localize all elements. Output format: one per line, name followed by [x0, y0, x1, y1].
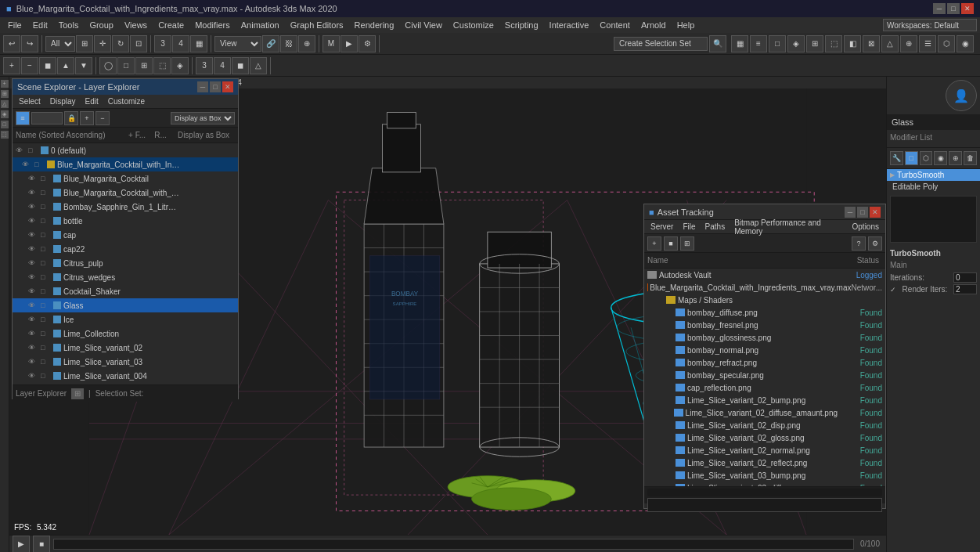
at-minimize-button[interactable]: ─ — [845, 207, 856, 218]
se-maximize-button[interactable]: □ — [210, 81, 221, 92]
unlink-button[interactable]: ⛓ — [280, 35, 297, 52]
tb2-btn8[interactable]: ⊞ — [135, 57, 153, 74]
minimize-button[interactable]: ─ — [933, 3, 946, 14]
menu-civil-view[interactable]: Civil View — [400, 19, 446, 31]
at-menu-paths[interactable]: Paths — [702, 222, 729, 231]
menu-modifiers[interactable]: Modifiers — [190, 19, 235, 31]
layer-btn11[interactable]: ☰ — [919, 35, 936, 52]
at-list-item[interactable]: bombay_diffuse.png Found — [644, 306, 885, 319]
at-scrollbar[interactable] — [647, 489, 882, 496]
se-list-item[interactable]: 👁 □ Lime_Slice_variant_004 — [13, 369, 238, 383]
panel-icon-1[interactable]: 🔧 — [890, 151, 903, 165]
select-button[interactable]: ⊞ — [76, 35, 93, 52]
se-list-item[interactable]: 👁 □ Blue_Margarita_Cocktail_with_Ingredi… — [13, 157, 238, 171]
at-list-item[interactable]: bombay_glossiness.png Found — [644, 331, 885, 344]
at-list-item[interactable]: Lime_Slice_variant_02_normal.png Found — [644, 444, 885, 456]
maximize-button[interactable]: □ — [947, 3, 960, 14]
layer-btn7[interactable]: ◧ — [844, 35, 861, 52]
at-menu-options[interactable]: Options — [849, 222, 882, 231]
move-button[interactable]: ✛ — [94, 35, 111, 52]
se-list-item[interactable]: 👁 □ Glass — [13, 298, 238, 312]
menu-animation[interactable]: Animation — [236, 19, 284, 31]
layer-btn12[interactable]: ⬡ — [938, 35, 955, 52]
tb2-btn5[interactable]: ▼ — [75, 57, 92, 74]
menu-create[interactable]: Create — [153, 19, 189, 31]
sidebar-icon-3[interactable]: △ — [1, 100, 9, 108]
se-list-item[interactable]: 👁 □ Blue_Margarita_Cocktail_with_Ingredi… — [13, 186, 238, 200]
redo-button[interactable]: ↪ — [21, 35, 38, 52]
se-close-button[interactable]: ✕ — [222, 81, 233, 92]
render-setup-button[interactable]: ⚙ — [358, 35, 376, 52]
sidebar-icon-2[interactable]: ⊞ — [1, 90, 9, 98]
menu-graph-editors[interactable]: Graph Editors — [286, 19, 348, 31]
at-tb-btn3[interactable]: ⊞ — [680, 236, 694, 251]
at-list-item[interactable]: Lime_Slice_variant_02_bump.png Found — [644, 394, 885, 406]
rotate-button[interactable]: ↻ — [112, 35, 129, 52]
se-list-item[interactable]: 👁 □ Ice — [13, 312, 238, 327]
tb2-btn9[interactable]: ⬚ — [153, 57, 171, 74]
se-minimize-button[interactable]: ─ — [197, 81, 208, 92]
se-tb-layers-btn[interactable]: ≡ — [16, 111, 30, 125]
se-list-item[interactable]: 👁 □ cap22 — [13, 242, 238, 256]
at-list-item[interactable]: cap_reflection.png Found — [644, 381, 885, 394]
se-tb-lock-btn[interactable]: 🔒 — [64, 111, 78, 125]
at-tb-btn1[interactable]: + — [647, 236, 661, 251]
se-list-item[interactable]: 👁 □ Bombay_Sapphire_Gin_1_Litre_Bottle — [13, 200, 238, 214]
tb2-btn14[interactable]: △ — [250, 57, 267, 74]
scale-button[interactable]: ⊡ — [130, 35, 147, 52]
link-button[interactable]: 🔗 — [262, 35, 279, 52]
menu-arnold[interactable]: Arnold — [636, 19, 671, 31]
reference-button[interactable]: 3 — [154, 35, 171, 52]
tb2-btn10[interactable]: ◈ — [171, 57, 189, 74]
se-tb-del-btn[interactable]: − — [95, 111, 110, 125]
layer-btn13[interactable]: ◉ — [957, 35, 974, 52]
tb2-btn13[interactable]: ◼ — [232, 57, 249, 74]
snap-button[interactable]: 4 — [172, 35, 189, 52]
play-button[interactable]: ▶ — [13, 536, 30, 553]
at-maximize-button[interactable]: □ — [857, 207, 868, 218]
menu-file[interactable]: File — [3, 19, 27, 31]
tb2-btn12[interactable]: 4 — [214, 57, 231, 74]
layer-btn3[interactable]: □ — [769, 35, 786, 52]
iterations-input[interactable]: 0 — [953, 272, 977, 283]
tb2-btn3[interactable]: ◼ — [39, 57, 56, 74]
se-list-item[interactable]: 👁 □ Blue_Margarita_Cocktail — [13, 171, 238, 186]
layer-btn1[interactable]: ▦ — [731, 35, 748, 52]
at-list-item[interactable]: Autodesk Vault Logged — [644, 269, 885, 281]
select-filter[interactable]: All — [45, 36, 75, 52]
menu-content[interactable]: Content — [595, 19, 635, 31]
se-menu-edit[interactable]: Edit — [82, 97, 102, 106]
at-list-item[interactable]: Lime_Slice_variant_03_diffuse.png Found — [644, 482, 885, 486]
se-menu-customize[interactable]: Customize — [105, 97, 148, 106]
panel-icon-4[interactable]: ◉ — [934, 151, 947, 165]
layer-btn2[interactable]: ≡ — [750, 35, 767, 52]
panel-icon-5[interactable]: ⊕ — [949, 151, 962, 165]
se-menu-display[interactable]: Display — [47, 97, 79, 106]
at-menu-file[interactable]: File — [679, 222, 698, 231]
stop-button[interactable]: ■ — [33, 536, 50, 553]
se-filter-input[interactable] — [31, 112, 63, 124]
at-list-item[interactable]: bombay_normal.png Found — [644, 344, 885, 356]
view-select[interactable]: View — [214, 36, 261, 52]
at-list-item[interactable]: Blue_Margarita_Cocktail_with_Ingredients… — [644, 281, 885, 294]
selection-set-field[interactable]: Create Selection Set — [619, 39, 691, 48]
se-list-item[interactable]: 👁 □ Lime_Slice_variant_03 — [13, 355, 238, 369]
layer-btn10[interactable]: ⊕ — [900, 35, 917, 52]
panel-icon-trash[interactable]: 🗑 — [964, 151, 977, 165]
at-tb-btn2[interactable]: ■ — [664, 236, 678, 251]
se-footer-icon1[interactable]: ⊞ — [71, 388, 84, 399]
snap2-button[interactable]: ▦ — [190, 35, 207, 52]
menu-edit[interactable]: Edit — [28, 19, 52, 31]
at-tb-help[interactable]: ? — [852, 236, 866, 251]
asset-tracking-content[interactable]: Autodesk Vault Logged Blue_Margarita_Coc… — [644, 269, 885, 486]
menu-help[interactable]: Help — [672, 19, 700, 31]
sidebar-icon-6[interactable]: ⬚ — [1, 131, 9, 139]
se-list-item[interactable]: 👁 □ 0 (default) — [13, 143, 238, 157]
bind-button[interactable]: ⊕ — [298, 35, 315, 52]
se-list-item[interactable]: 👁 □ Citrus_pulp — [13, 256, 238, 270]
tb2-btn7[interactable]: □ — [117, 57, 135, 74]
at-search-input[interactable] — [651, 501, 878, 510]
panel-icon-2[interactable]: □ — [905, 151, 918, 165]
se-tb-add-btn[interactable]: + — [80, 111, 94, 125]
se-list-item[interactable]: 👁 □ Lime_Collection — [13, 327, 238, 341]
